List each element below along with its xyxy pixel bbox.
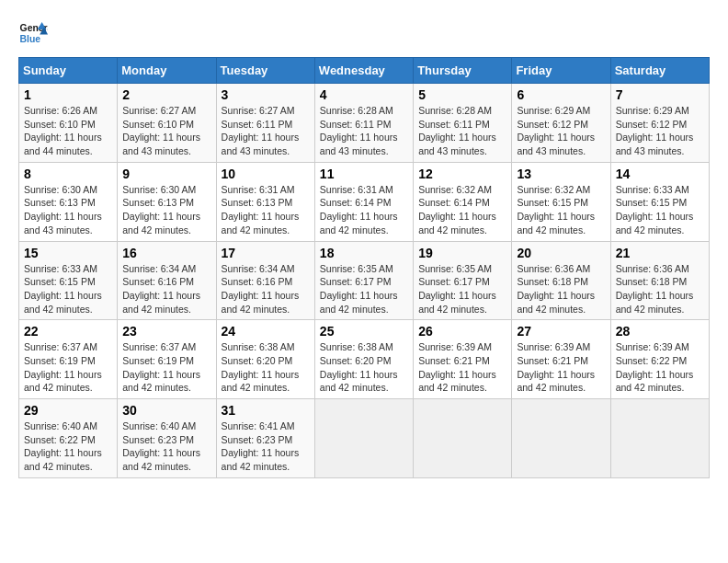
logo: General Blue	[18, 18, 48, 48]
day-number: 7	[616, 87, 704, 102]
day-detail: Sunrise: 6:34 AMSunset: 6:16 PMDaylight:…	[122, 263, 200, 315]
day-detail: Sunrise: 6:35 AMSunset: 6:17 PMDaylight:…	[320, 263, 398, 315]
day-number: 14	[616, 167, 704, 181]
day-detail: Sunrise: 6:28 AMSunset: 6:11 PMDaylight:…	[418, 105, 496, 156]
calendar-cell: 21Sunrise: 6:36 AMSunset: 6:18 PMDayligh…	[610, 241, 709, 320]
weekday-header-monday: Monday	[118, 58, 216, 84]
calendar-cell	[314, 399, 413, 478]
calendar-cell: 13Sunrise: 6:32 AMSunset: 6:15 PMDayligh…	[512, 162, 610, 241]
day-number: 29	[24, 403, 112, 418]
day-detail: Sunrise: 6:32 AMSunset: 6:15 PMDaylight:…	[517, 184, 595, 236]
day-detail: Sunrise: 6:31 AMSunset: 6:14 PMDaylight:…	[320, 184, 398, 236]
day-detail: Sunrise: 6:39 AMSunset: 6:21 PMDaylight:…	[418, 341, 496, 393]
day-detail: Sunrise: 6:37 AMSunset: 6:19 PMDaylight:…	[24, 341, 102, 393]
day-detail: Sunrise: 6:39 AMSunset: 6:22 PMDaylight:…	[616, 341, 694, 393]
day-number: 13	[517, 167, 605, 181]
calendar-cell: 22Sunrise: 6:37 AMSunset: 6:19 PMDayligh…	[19, 320, 118, 399]
calendar-cell: 27Sunrise: 6:39 AMSunset: 6:21 PMDayligh…	[512, 320, 610, 399]
day-number: 3	[222, 87, 310, 102]
calendar-cell: 29Sunrise: 6:40 AMSunset: 6:22 PMDayligh…	[19, 399, 118, 478]
day-detail: Sunrise: 6:41 AMSunset: 6:23 PMDaylight:…	[222, 420, 300, 472]
calendar-cell: 1Sunrise: 6:26 AMSunset: 6:10 PMDaylight…	[19, 84, 118, 163]
day-number: 30	[122, 403, 210, 418]
day-detail: Sunrise: 6:35 AMSunset: 6:17 PMDaylight:…	[418, 263, 496, 315]
day-detail: Sunrise: 6:40 AMSunset: 6:23 PMDaylight:…	[122, 420, 200, 472]
day-number: 22	[24, 324, 112, 339]
calendar-week-0: 1Sunrise: 6:26 AMSunset: 6:10 PMDaylight…	[19, 84, 710, 163]
weekday-header-saturday: Saturday	[610, 58, 709, 84]
calendar-cell: 28Sunrise: 6:39 AMSunset: 6:22 PMDayligh…	[610, 320, 709, 399]
calendar-cell: 17Sunrise: 6:34 AMSunset: 6:16 PMDayligh…	[216, 241, 314, 320]
day-number: 28	[616, 324, 704, 339]
calendar-cell	[610, 399, 709, 478]
day-number: 27	[517, 324, 605, 339]
day-number: 18	[320, 246, 408, 260]
day-number: 1	[24, 87, 112, 102]
calendar-cell: 5Sunrise: 6:28 AMSunset: 6:11 PMDaylight…	[414, 84, 512, 163]
day-number: 2	[122, 87, 210, 102]
calendar-week-4: 29Sunrise: 6:40 AMSunset: 6:22 PMDayligh…	[19, 399, 710, 478]
logo-icon: General Blue	[18, 18, 48, 48]
calendar-cell: 7Sunrise: 6:29 AMSunset: 6:12 PMDaylight…	[610, 84, 709, 163]
day-detail: Sunrise: 6:32 AMSunset: 6:14 PMDaylight:…	[418, 184, 496, 236]
day-detail: Sunrise: 6:34 AMSunset: 6:16 PMDaylight:…	[222, 263, 300, 315]
day-detail: Sunrise: 6:39 AMSunset: 6:21 PMDaylight:…	[517, 341, 595, 393]
day-number: 19	[418, 246, 506, 260]
calendar-cell: 30Sunrise: 6:40 AMSunset: 6:23 PMDayligh…	[118, 399, 216, 478]
day-detail: Sunrise: 6:30 AMSunset: 6:13 PMDaylight:…	[24, 184, 102, 236]
day-number: 20	[517, 246, 605, 260]
calendar-cell: 19Sunrise: 6:35 AMSunset: 6:17 PMDayligh…	[414, 241, 512, 320]
day-number: 4	[320, 87, 408, 102]
day-detail: Sunrise: 6:33 AMSunset: 6:15 PMDaylight:…	[24, 263, 102, 315]
day-number: 23	[122, 324, 210, 339]
day-detail: Sunrise: 6:29 AMSunset: 6:12 PMDaylight:…	[616, 105, 694, 156]
day-detail: Sunrise: 6:27 AMSunset: 6:10 PMDaylight:…	[122, 105, 200, 156]
day-detail: Sunrise: 6:40 AMSunset: 6:22 PMDaylight:…	[24, 420, 102, 472]
weekday-header-tuesday: Tuesday	[216, 58, 314, 84]
day-number: 5	[418, 87, 506, 102]
calendar-cell: 26Sunrise: 6:39 AMSunset: 6:21 PMDayligh…	[414, 320, 512, 399]
weekday-header-wednesday: Wednesday	[314, 58, 413, 84]
calendar-cell: 12Sunrise: 6:32 AMSunset: 6:14 PMDayligh…	[414, 162, 512, 241]
calendar-week-1: 8Sunrise: 6:30 AMSunset: 6:13 PMDaylight…	[19, 162, 710, 241]
day-number: 6	[517, 87, 605, 102]
calendar-cell: 11Sunrise: 6:31 AMSunset: 6:14 PMDayligh…	[314, 162, 413, 241]
day-detail: Sunrise: 6:36 AMSunset: 6:18 PMDaylight:…	[616, 263, 694, 315]
calendar-cell: 15Sunrise: 6:33 AMSunset: 6:15 PMDayligh…	[19, 241, 118, 320]
day-detail: Sunrise: 6:31 AMSunset: 6:13 PMDaylight:…	[222, 184, 300, 236]
day-detail: Sunrise: 6:29 AMSunset: 6:12 PMDaylight:…	[517, 105, 595, 156]
day-number: 31	[222, 403, 310, 418]
day-detail: Sunrise: 6:37 AMSunset: 6:19 PMDaylight:…	[122, 341, 200, 393]
weekday-header-friday: Friday	[512, 58, 610, 84]
calendar-body: 1Sunrise: 6:26 AMSunset: 6:10 PMDaylight…	[19, 84, 710, 478]
day-detail: Sunrise: 6:36 AMSunset: 6:18 PMDaylight:…	[517, 263, 595, 315]
day-detail: Sunrise: 6:28 AMSunset: 6:11 PMDaylight:…	[320, 105, 398, 156]
day-number: 26	[418, 324, 506, 339]
calendar-cell: 20Sunrise: 6:36 AMSunset: 6:18 PMDayligh…	[512, 241, 610, 320]
day-number: 8	[24, 167, 112, 181]
day-detail: Sunrise: 6:27 AMSunset: 6:11 PMDaylight:…	[222, 105, 300, 156]
calendar-cell: 24Sunrise: 6:38 AMSunset: 6:20 PMDayligh…	[216, 320, 314, 399]
calendar-cell	[512, 399, 610, 478]
day-detail: Sunrise: 6:38 AMSunset: 6:20 PMDaylight:…	[320, 341, 398, 393]
calendar-cell: 23Sunrise: 6:37 AMSunset: 6:19 PMDayligh…	[118, 320, 216, 399]
day-number: 21	[616, 246, 704, 260]
header-area: General Blue	[18, 18, 710, 48]
calendar-cell	[414, 399, 512, 478]
weekday-header-row: SundayMondayTuesdayWednesdayThursdayFrid…	[19, 58, 710, 84]
calendar-cell: 2Sunrise: 6:27 AMSunset: 6:10 PMDaylight…	[118, 84, 216, 163]
calendar-cell: 3Sunrise: 6:27 AMSunset: 6:11 PMDaylight…	[216, 84, 314, 163]
day-detail: Sunrise: 6:38 AMSunset: 6:20 PMDaylight:…	[222, 341, 300, 393]
day-number: 15	[24, 246, 112, 260]
calendar-cell: 16Sunrise: 6:34 AMSunset: 6:16 PMDayligh…	[118, 241, 216, 320]
calendar-cell: 18Sunrise: 6:35 AMSunset: 6:17 PMDayligh…	[314, 241, 413, 320]
calendar-cell: 25Sunrise: 6:38 AMSunset: 6:20 PMDayligh…	[314, 320, 413, 399]
day-detail: Sunrise: 6:26 AMSunset: 6:10 PMDaylight:…	[24, 105, 102, 156]
day-detail: Sunrise: 6:33 AMSunset: 6:15 PMDaylight:…	[616, 184, 694, 236]
day-number: 11	[320, 167, 408, 181]
weekday-header-thursday: Thursday	[414, 58, 512, 84]
calendar-table: SundayMondayTuesdayWednesdayThursdayFrid…	[18, 57, 710, 478]
calendar-cell: 8Sunrise: 6:30 AMSunset: 6:13 PMDaylight…	[19, 162, 118, 241]
day-number: 10	[222, 167, 310, 181]
calendar-cell: 4Sunrise: 6:28 AMSunset: 6:11 PMDaylight…	[314, 84, 413, 163]
